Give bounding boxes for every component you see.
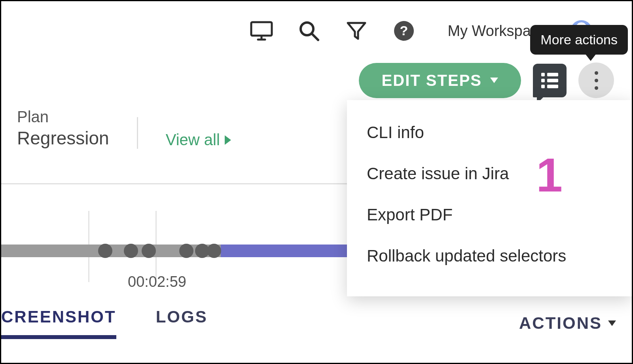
action-bar: EDIT STEPS: [359, 63, 614, 98]
timeline-marker[interactable]: [207, 244, 221, 258]
actions-caret-icon: [608, 320, 616, 326]
help-icon[interactable]: ?: [392, 19, 416, 43]
search-icon[interactable]: [297, 19, 321, 43]
annotation-one: 1: [536, 148, 563, 202]
timeline-marker[interactable]: [179, 244, 193, 258]
edit-steps-caret-icon: [490, 78, 498, 83]
menu-item-export-pdf[interactable]: Export PDF: [363, 194, 624, 235]
more-actions-menu: CLI info Create issue in Jira Export PDF…: [347, 100, 632, 296]
more-dot-icon: [595, 79, 598, 82]
tab-logs-label: LOGS: [156, 307, 208, 326]
svg-marker-5: [348, 23, 365, 39]
comments-glyph: [541, 73, 558, 88]
menu-item-rollback-selectors[interactable]: Rollback updated selectors: [363, 235, 624, 277]
chevron-right-icon: [225, 135, 231, 145]
tab-logs[interactable]: LOGS: [156, 307, 208, 339]
tooltip-text: More actions: [540, 32, 618, 47]
tab-screenshot[interactable]: CREENSHOT: [1, 307, 116, 339]
filter-icon[interactable]: [345, 19, 368, 43]
edit-steps-button[interactable]: EDIT STEPS: [359, 63, 521, 98]
timeline-marker[interactable]: [98, 244, 112, 258]
plan-block: Plan Regression View all: [17, 108, 231, 149]
tab-screenshot-label: CREENSHOT: [1, 307, 116, 326]
svg-text:?: ?: [400, 23, 408, 38]
more-dot-icon: [595, 71, 598, 75]
actions-dropdown-button[interactable]: ACTIONS: [519, 314, 616, 333]
plan-label: Plan: [17, 108, 109, 126]
vertical-divider: [137, 117, 138, 149]
monitor-icon[interactable]: [250, 19, 273, 43]
menu-item-create-jira[interactable]: Create issue in Jira: [363, 153, 624, 194]
svg-rect-0: [251, 22, 272, 36]
view-all-label: View all: [166, 131, 220, 149]
plan-text: Plan Regression: [17, 108, 109, 149]
more-actions-tooltip: More actions: [530, 25, 628, 55]
tabs-row: CREENSHOT LOGS ACTIONS: [1, 307, 616, 339]
svg-line-4: [312, 34, 318, 40]
timeline-marker[interactable]: [142, 244, 156, 258]
plan-value: Regression: [17, 127, 109, 149]
timeline-time-label: 00:02:59: [128, 273, 186, 290]
more-dot-icon: [595, 86, 598, 90]
view-all-link[interactable]: View all: [166, 131, 231, 149]
comments-icon[interactable]: [533, 64, 567, 97]
menu-item-cli-info[interactable]: CLI info: [363, 112, 624, 153]
actions-label: ACTIONS: [519, 314, 602, 333]
more-actions-button[interactable]: [578, 63, 614, 98]
edit-steps-label: EDIT STEPS: [382, 72, 482, 89]
tabs: CREENSHOT LOGS: [1, 307, 208, 339]
timeline-marker[interactable]: [124, 244, 138, 258]
